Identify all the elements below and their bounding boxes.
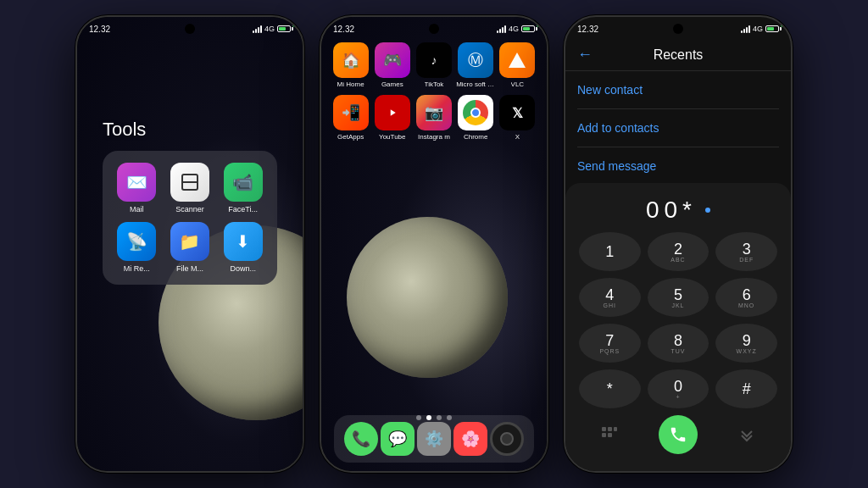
facetime-icon: 📹 xyxy=(224,163,263,202)
getapps-label: GetApps xyxy=(337,133,364,141)
app-scanner[interactable]: Scanner xyxy=(168,163,213,214)
battery-fill-3 xyxy=(767,27,774,30)
signal-bars xyxy=(253,25,262,33)
chevron-down-icon[interactable] xyxy=(715,415,777,454)
dialpad-action-row xyxy=(579,415,777,454)
games-icon: 🎮 xyxy=(375,42,410,78)
scanner-icon xyxy=(170,163,209,202)
microsoft-icon: Ⓜ xyxy=(458,42,493,78)
dial-key-hash[interactable]: # xyxy=(715,369,777,408)
download-icon: ⬇ xyxy=(224,222,263,261)
dial-key-star[interactable]: * xyxy=(579,369,641,408)
back-button[interactable]: ← xyxy=(577,46,593,64)
time-display-3: 12.32 xyxy=(577,25,598,34)
chrome-icon xyxy=(458,95,493,130)
app-facetime[interactable]: 📹 FaceTi... xyxy=(220,163,265,214)
dial-key-5[interactable]: 5 JKL xyxy=(648,278,709,317)
dial-key-7[interactable]: 7 PQRS xyxy=(579,324,641,363)
app-filemanager[interactable]: 📁 File M... xyxy=(168,222,213,273)
dock: 📞 💬 ⚙️ 🌸 xyxy=(334,415,534,463)
recents-send-message[interactable]: Send message xyxy=(577,147,779,186)
miremote-label: Mi Re... xyxy=(124,264,150,273)
microsoft-label: Micro soft S... xyxy=(456,80,495,88)
tools-label: Tools xyxy=(103,119,277,141)
svg-rect-4 xyxy=(608,427,612,431)
instagram-label: Instagra m xyxy=(418,133,450,141)
recents-header: ← Recents xyxy=(565,39,791,71)
network-type: 4G xyxy=(264,25,275,33)
vlc-icon xyxy=(499,42,535,78)
dial-key-3[interactable]: 3 DEF xyxy=(715,232,777,271)
moon-decoration-2 xyxy=(347,217,508,378)
battery-icon-3 xyxy=(765,25,779,32)
app-chrome[interactable]: Chrome xyxy=(456,95,495,141)
svg-rect-6 xyxy=(602,433,606,437)
app-tiktok[interactable]: ♪ TikTok xyxy=(415,42,453,88)
battery-icon-2 xyxy=(521,25,535,32)
recents-add-contact[interactable]: Add to contacts xyxy=(577,109,779,147)
chrome-circle xyxy=(463,100,488,125)
battery-fill-2 xyxy=(523,27,530,30)
app-instagram[interactable]: 📷 Instagra m xyxy=(415,95,453,141)
dial-key-2[interactable]: 2 ABC xyxy=(648,232,709,271)
dial-key-4[interactable]: 4 GHI xyxy=(579,278,641,317)
dock-camera[interactable]: 🌸 xyxy=(453,422,487,456)
dial-key-0[interactable]: 0 + xyxy=(648,369,709,408)
phone-2-screen: 12.32 4G 🏠 Mi Home xyxy=(321,17,547,471)
time-display: 12.32 xyxy=(89,25,110,34)
recents-menu: New contact Add to contacts Send message xyxy=(565,71,791,186)
phone-3: 12.32 4G ← Recents New cont xyxy=(564,15,793,473)
dial-key-9[interactable]: 9 WXYZ xyxy=(715,324,777,363)
dock-lens[interactable] xyxy=(490,422,524,456)
dial-grid-icon[interactable] xyxy=(579,415,641,454)
app-games[interactable]: 🎮 Games xyxy=(373,42,412,88)
battery-icon xyxy=(277,25,291,32)
mail-icon: ✉️ xyxy=(117,163,156,202)
x-icon: 𝕏 xyxy=(499,95,535,130)
dial-key-8[interactable]: 8 TUV xyxy=(648,324,709,363)
app-vlc[interactable]: VLC xyxy=(498,42,537,88)
network-type-3: 4G xyxy=(753,25,763,33)
app-mail[interactable]: ✉️ Mail xyxy=(114,163,159,214)
mihome-label: Mi Home xyxy=(337,80,364,88)
app-x[interactable]: 𝕏 X xyxy=(498,95,537,141)
signal-bars-3 xyxy=(741,25,750,33)
status-right-2: 4G xyxy=(497,25,535,33)
mihome-icon: 🏠 xyxy=(333,42,369,78)
vlc-cone xyxy=(509,53,526,68)
tools-folder-area: Tools ✉️ Mail Scanner xyxy=(103,119,277,285)
home-apps: 🏠 Mi Home 🎮 Games ♪ TikTok Ⓜ Micro soft … xyxy=(330,42,538,147)
phone-1-screen: 12.32 4G Tools ✉️ xyxy=(77,17,303,471)
instagram-icon: 📷 xyxy=(416,95,452,130)
status-right-3: 4G xyxy=(741,25,779,33)
svg-rect-5 xyxy=(614,427,617,431)
call-button[interactable] xyxy=(659,415,698,454)
dialpad-section: 00* 1 2 ABC 3 DEF xyxy=(565,183,791,471)
dialpad-display: 00* xyxy=(579,191,777,232)
app-microsoft[interactable]: Ⓜ Micro soft S... xyxy=(456,42,495,88)
recents-title: Recents xyxy=(599,47,757,63)
mail-label: Mail xyxy=(130,205,144,214)
dock-phone[interactable]: 📞 xyxy=(344,422,378,456)
svg-rect-7 xyxy=(608,433,612,437)
time-display-2: 12.32 xyxy=(333,25,354,34)
dial-key-1[interactable]: 1 xyxy=(579,232,641,271)
network-type-2: 4G xyxy=(509,25,519,33)
dock-messages[interactable]: 💬 xyxy=(381,422,415,456)
dialpad-bottom-row: * 0 + # xyxy=(579,369,777,408)
app-miremote[interactable]: 📡 Mi Re... xyxy=(114,222,159,273)
app-getapps[interactable]: 📲 GetApps xyxy=(331,95,370,141)
app-mihome[interactable]: 🏠 Mi Home xyxy=(331,42,370,88)
battery-fill xyxy=(279,27,286,30)
dock-settings[interactable]: ⚙️ xyxy=(417,422,451,456)
tiktok-icon: ♪ xyxy=(416,42,452,78)
app-download[interactable]: ⬇ Down... xyxy=(220,222,265,273)
youtube-label: YouTube xyxy=(379,133,405,141)
download-label: Down... xyxy=(230,264,256,273)
app-row-1: 🏠 Mi Home 🎮 Games ♪ TikTok Ⓜ Micro soft … xyxy=(330,42,538,88)
recents-new-contact[interactable]: New contact xyxy=(577,71,779,109)
dial-key-6[interactable]: 6 MNO xyxy=(715,278,777,317)
status-right-1: 4G xyxy=(253,25,291,33)
app-youtube[interactable]: YouTube xyxy=(373,95,412,141)
chrome-label: Chrome xyxy=(464,133,487,141)
